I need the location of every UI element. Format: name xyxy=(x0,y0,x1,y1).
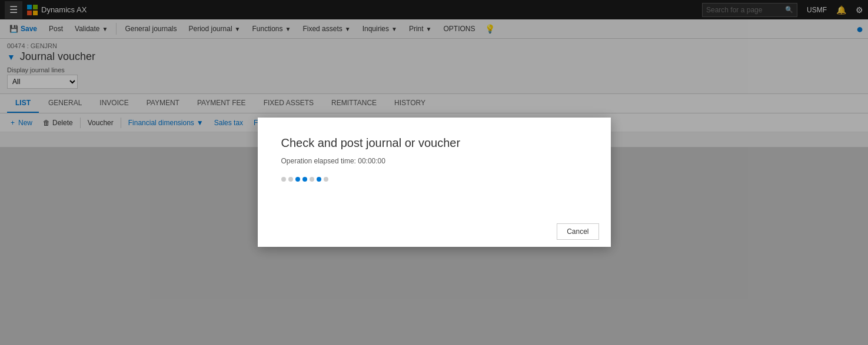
cancel-button[interactable]: Cancel xyxy=(557,223,598,240)
modal-title: Check and post journal or voucher xyxy=(281,136,587,150)
modal-body: Check and post journal or voucher Operat… xyxy=(258,118,611,216)
modal-footer: Cancel xyxy=(258,216,611,247)
dot-5 xyxy=(310,177,314,182)
dot-6 xyxy=(317,177,321,182)
modal-overlay: Check and post journal or voucher Operat… xyxy=(0,0,868,345)
dot-7 xyxy=(324,177,328,182)
dot-3 xyxy=(295,177,300,182)
progress-dots xyxy=(281,177,587,182)
modal-subtitle: Operation elapsed time: 00:00:00 xyxy=(281,157,587,165)
modal-dialog: Check and post journal or voucher Operat… xyxy=(258,118,611,247)
dot-1 xyxy=(281,177,286,182)
dot-4 xyxy=(302,177,307,182)
dot-2 xyxy=(288,177,293,182)
